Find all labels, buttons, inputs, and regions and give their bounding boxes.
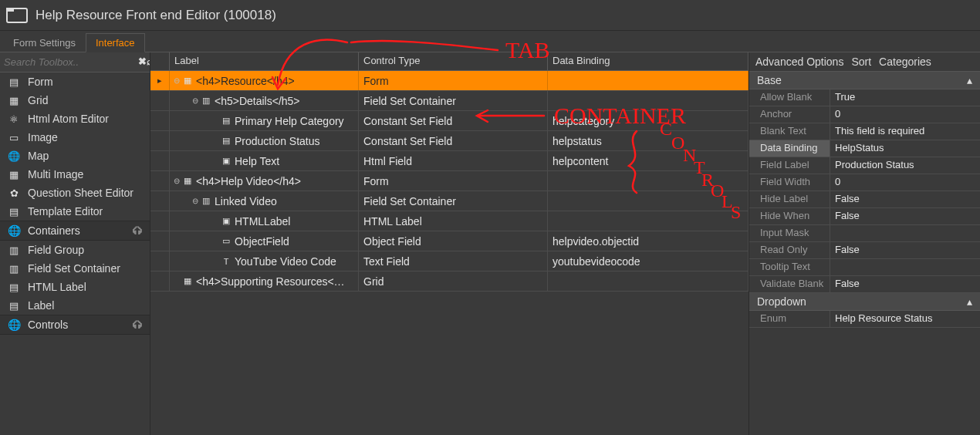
prop-tab-sort[interactable]: Sort: [851, 56, 871, 68]
column-header-data-binding[interactable]: Data Binding: [548, 52, 749, 70]
row-gutter: [150, 151, 170, 170]
property-row[interactable]: Field Width0: [749, 174, 980, 191]
cell-label: ⊖▦<h4>Help Video</h4>: [170, 171, 359, 191]
property-row[interactable]: Validate BlankFalse: [749, 276, 980, 293]
property-row[interactable]: EnumHelp Resource Status: [749, 311, 980, 328]
tool-image[interactable]: ▭Image: [0, 128, 150, 147]
property-row[interactable]: Hide WhenFalse: [749, 208, 980, 225]
prop-tab-advanced[interactable]: Advanced Options: [755, 56, 843, 68]
property-name: Hide Label: [749, 191, 830, 207]
section-containers-label: Containers: [28, 224, 80, 237]
node-label: Help Text: [235, 155, 279, 167]
property-row[interactable]: Input Mask: [749, 225, 980, 242]
node-type-icon: ▣: [221, 216, 231, 226]
node-label: ObjectField: [235, 235, 289, 248]
container-tool-field-set-container[interactable]: ▥Field Set Container: [0, 259, 150, 278]
property-row[interactable]: Anchor0: [749, 106, 980, 123]
property-value[interactable]: True: [830, 89, 980, 106]
cell-label: ▣Help Text: [170, 151, 359, 170]
tree-row[interactable]: ⊖▥Linked VideoField Set Container: [150, 191, 749, 211]
property-row[interactable]: Hide LabelFalse: [749, 191, 980, 208]
prop-group-base[interactable]: Base ▴: [749, 72, 980, 89]
property-name: Read Only: [749, 242, 830, 258]
property-value[interactable]: Production Status: [830, 157, 980, 174]
tree-row[interactable]: ▭ObjectFieldObject Fieldhelpvideo.object…: [150, 231, 749, 251]
tree-row[interactable]: ▸⊖▦<h4>Resource</h4>Form: [150, 71, 749, 91]
tool-icon: ▤: [8, 300, 20, 312]
cell-label: ⊖▦<h4>Resource</h4>: [170, 71, 359, 90]
container-tool-field-group[interactable]: ▥Field Group: [0, 241, 150, 259]
node-label: Primary Help Category: [235, 115, 344, 127]
property-row[interactable]: Data BindingHelpStatus: [749, 140, 980, 157]
cell-data-binding: youtubevideocode: [548, 251, 749, 271]
row-gutter: [150, 191, 170, 211]
property-value[interactable]: 0: [830, 106, 980, 123]
tree-row[interactable]: ⊖▥<h5>Details</h5>Field Set Container: [150, 91, 749, 111]
tool-question-sheet-editor[interactable]: ✿Question Sheet Editor: [0, 184, 150, 202]
prop-group-dropdown[interactable]: Dropdown ▴: [749, 293, 980, 311]
row-gutter: ▸: [150, 71, 170, 90]
tree-row[interactable]: ▣Help TextHtml Fieldhelpcontent: [150, 151, 749, 171]
node-type-icon: ▥: [201, 196, 211, 206]
property-row[interactable]: Blank TextThis field is required: [749, 123, 980, 140]
property-row[interactable]: Tooltip Text: [749, 259, 980, 276]
tab-interface[interactable]: Interface: [86, 33, 145, 52]
tree-row[interactable]: ▤Primary Help CategoryConstant Set Field…: [150, 111, 749, 131]
row-gutter: [150, 271, 170, 291]
cell-label: ⊖▥<h5>Details</h5>: [170, 91, 359, 110]
property-row[interactable]: Allow BlankTrue: [749, 89, 980, 106]
properties-panel: Advanced Options Sort Categories Base ▴ …: [749, 52, 980, 435]
expand-toggle-icon[interactable]: ⊖: [171, 76, 182, 85]
prop-group-dropdown-label: Dropdown: [757, 295, 806, 308]
cell-control-type: Grid: [359, 271, 548, 291]
property-value[interactable]: [830, 225, 980, 241]
container-tool-html-label[interactable]: ▤HTML Label: [0, 278, 150, 296]
tool-label: Html Atom Editor: [28, 113, 109, 125]
toolbox-search-input[interactable]: [0, 54, 138, 70]
property-value[interactable]: [830, 259, 980, 275]
clear-search-icon[interactable]: ✖: [138, 56, 147, 69]
tool-map[interactable]: 🌐Map: [0, 147, 150, 165]
tree-row[interactable]: ▣HTMLLabelHTML Label: [150, 211, 749, 231]
tree-row[interactable]: ⊖▦<h4>Help Video</h4>Form: [150, 171, 749, 191]
container-tool-label[interactable]: ▤Label: [0, 296, 150, 315]
section-containers[interactable]: 🌐 Containers ⮉: [0, 221, 150, 241]
property-value[interactable]: HelpStatus: [830, 140, 980, 157]
property-value[interactable]: 0: [830, 174, 980, 191]
section-controls[interactable]: 🌐 Controls ⮉: [0, 315, 150, 335]
collapse-icon[interactable]: ⮉: [131, 224, 142, 237]
tool-icon: 🌐: [8, 150, 20, 162]
property-value[interactable]: Help Resource Status: [830, 311, 980, 327]
chevron-up-icon: ▴: [967, 74, 972, 86]
property-row[interactable]: Read OnlyFalse: [749, 242, 980, 259]
tool-form[interactable]: ▤Form: [0, 72, 150, 91]
tree-row[interactable]: ▦<h4>Supporting Resources<…Grid: [150, 271, 749, 292]
cell-data-binding: [548, 91, 749, 110]
property-value[interactable]: False: [830, 242, 980, 258]
expand-toggle-icon[interactable]: ⊖: [190, 96, 201, 105]
cell-control-type: Field Set Container: [359, 191, 548, 211]
tool-html-atom-editor[interactable]: ⚛Html Atom Editor: [0, 110, 150, 128]
tab-form-settings[interactable]: Form Settings: [3, 33, 86, 52]
property-value[interactable]: False: [830, 208, 980, 224]
column-header-label[interactable]: Label: [170, 52, 359, 70]
column-header-control-type[interactable]: Control Type: [359, 52, 548, 70]
tool-template-editor[interactable]: ▤Template Editor: [0, 202, 150, 221]
cell-data-binding: helpcategory: [548, 111, 749, 130]
property-value[interactable]: False: [830, 276, 980, 292]
tool-grid[interactable]: ▦Grid: [0, 91, 150, 110]
tool-icon: ▥: [8, 263, 20, 275]
expand-toggle-icon[interactable]: ⊖: [171, 177, 182, 185]
tool-icon: ✿: [8, 187, 20, 199]
property-name: Tooltip Text: [749, 259, 830, 275]
property-row[interactable]: Field LabelProduction Status: [749, 157, 980, 174]
tree-row[interactable]: TYouTube Video CodeText Fieldyoutubevide…: [150, 251, 749, 271]
prop-group-base-label: Base: [757, 74, 782, 86]
expand-toggle-icon[interactable]: ⊖: [190, 197, 201, 205]
property-value[interactable]: This field is required: [830, 123, 980, 140]
prop-tab-categories[interactable]: Categories: [879, 56, 931, 68]
property-value[interactable]: False: [830, 191, 980, 207]
tool-multi-image[interactable]: ▦Multi Image: [0, 165, 150, 184]
collapse-icon[interactable]: ⮉: [131, 319, 142, 331]
tree-row[interactable]: ▤Production StatusConstant Set Fieldhelp…: [150, 131, 749, 151]
